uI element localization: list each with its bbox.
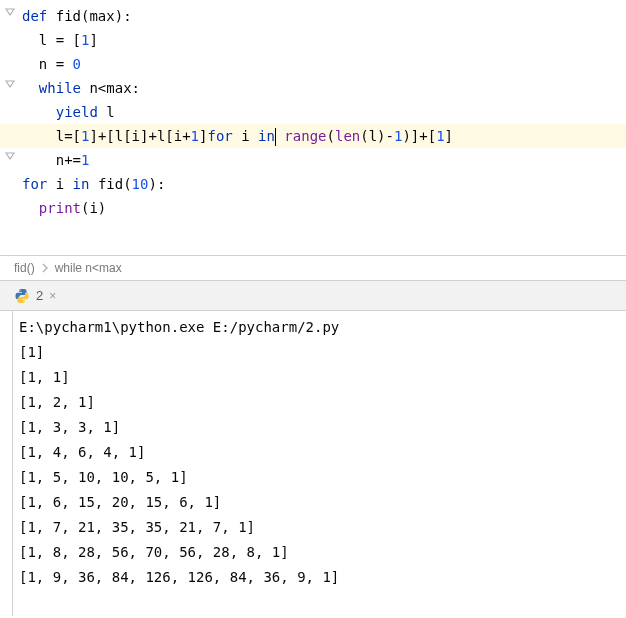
run-tab[interactable]: 2 ×	[6, 284, 64, 308]
fold-icon[interactable]	[4, 80, 16, 90]
code-token: 1	[81, 152, 89, 168]
code-line[interactable]: for i in fid(10):	[0, 172, 626, 196]
code-token: for	[22, 176, 56, 192]
code-token: ]	[89, 32, 97, 48]
code-token	[22, 104, 56, 120]
code-token: l = [	[22, 32, 81, 48]
editor-pane[interactable]: def fid(max): l = [1] n = 0 while n<max:…	[0, 0, 626, 255]
code-token: 1	[191, 128, 199, 144]
console-command: E:\pycharm1\python.exe E:/pycharm/2.py	[19, 315, 626, 340]
code-line[interactable]: l = [1]	[0, 28, 626, 52]
code-token: in	[73, 176, 98, 192]
code-token: fid	[56, 8, 81, 24]
code-token: n+=	[22, 152, 81, 168]
code-token: 1	[436, 128, 444, 144]
code-token: ):	[148, 176, 165, 192]
code-token: (	[327, 128, 335, 144]
chevron-right-icon	[41, 263, 49, 273]
code-token: i	[56, 176, 73, 192]
console-line: [1, 8, 28, 56, 70, 56, 28, 8, 1]	[19, 540, 626, 565]
code-token: l=[	[22, 128, 81, 144]
code-line[interactable]: yield l	[0, 100, 626, 124]
console-line: [1, 7, 21, 35, 35, 21, 7, 1]	[19, 515, 626, 540]
run-tab-bar: 2 ×	[0, 281, 626, 311]
console-line: [1, 9, 36, 84, 126, 126, 84, 36, 9, 1]	[19, 565, 626, 590]
console-line: [1, 4, 6, 4, 1]	[19, 440, 626, 465]
run-tab-label: 2	[36, 288, 43, 303]
python-icon	[14, 288, 30, 304]
code-token	[22, 80, 39, 96]
code-token: fid(	[98, 176, 132, 192]
console-line: [1, 6, 15, 20, 15, 6, 1]	[19, 490, 626, 515]
code-token: print	[39, 200, 81, 216]
text-caret	[275, 128, 276, 146]
console-line: [1]	[19, 340, 626, 365]
code-token: i	[241, 128, 258, 144]
code-token: range	[284, 128, 326, 144]
code-token: for	[207, 128, 241, 144]
code-token: n =	[22, 56, 73, 72]
code-token: (l)-	[360, 128, 394, 144]
code-token	[22, 200, 39, 216]
code-token: n<max:	[89, 80, 140, 96]
code-token: def	[22, 8, 56, 24]
breadcrumb: fid() while n<max	[0, 255, 626, 281]
code-line[interactable]: n+=1	[0, 148, 626, 172]
code-line[interactable]: print(i)	[0, 196, 626, 220]
fold-icon[interactable]	[4, 8, 16, 18]
console-line: [1, 1]	[19, 365, 626, 390]
console-line: [1, 5, 10, 10, 5, 1]	[19, 465, 626, 490]
breadcrumb-item[interactable]: while n<max	[55, 261, 122, 275]
code-token: ]	[445, 128, 453, 144]
code-token: (i)	[81, 200, 106, 216]
code-token: while	[39, 80, 90, 96]
code-line[interactable]: while n<max:	[0, 76, 626, 100]
breadcrumb-item[interactable]: fid()	[14, 261, 35, 275]
close-icon[interactable]: ×	[49, 289, 56, 303]
code-line[interactable]: n = 0	[0, 52, 626, 76]
console-line: [1, 2, 1]	[19, 390, 626, 415]
code-token: (max):	[81, 8, 132, 24]
code-token: len	[335, 128, 360, 144]
code-token: 10	[132, 176, 149, 192]
code-token: yield	[56, 104, 107, 120]
code-token: )]+[	[402, 128, 436, 144]
fold-icon[interactable]	[4, 152, 16, 162]
code-line[interactable]: def fid(max):	[0, 4, 626, 28]
console-line: [1, 3, 3, 1]	[19, 415, 626, 440]
console-output[interactable]: E:\pycharm1\python.exe E:/pycharm/2.py[1…	[12, 311, 626, 616]
code-token: l	[106, 104, 114, 120]
code-token: 0	[73, 56, 81, 72]
code-token: ]+[l[i]+l[i+	[89, 128, 190, 144]
code-line[interactable]: l=[1]+[l[i]+l[i+1]for i in range(len(l)-…	[0, 124, 626, 148]
code-token: in	[258, 128, 275, 144]
